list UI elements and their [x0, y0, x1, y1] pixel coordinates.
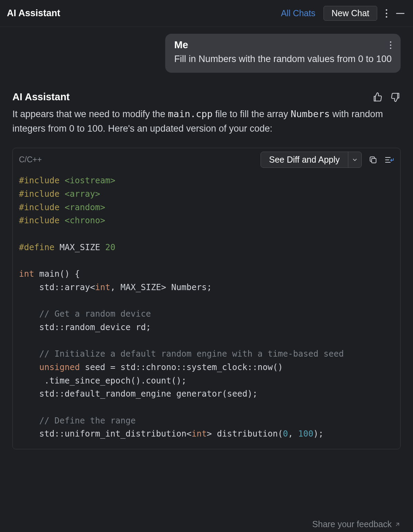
ai-reply-text: It appears that we need to modify the ma…	[12, 107, 401, 136]
code-language-label: C/C++	[19, 155, 42, 164]
user-name-label: Me	[174, 39, 188, 51]
tok-header: <array>	[65, 189, 100, 199]
tok-header: <chrono>	[65, 215, 105, 225]
chevron-down-icon[interactable]	[348, 152, 361, 167]
code-content[interactable]: #include <iostream> #include <array> #in…	[13, 172, 400, 449]
see-diff-button[interactable]: See Diff and Apply	[261, 152, 348, 167]
share-feedback-link[interactable]: Share your feedback	[312, 519, 401, 529]
code-block-header: C/C++ See Diff and Apply	[13, 148, 400, 172]
all-chats-link[interactable]: All Chats	[281, 8, 315, 18]
tok-ident: std::default_random_engine generator(see…	[19, 389, 257, 399]
tok-ident: std::uniform_int_distribution<	[19, 429, 192, 439]
kebab-menu-icon[interactable]	[390, 41, 392, 49]
ai-name-label: AI Assistant	[12, 91, 70, 103]
tok-comment: // Get a random device	[19, 309, 151, 319]
external-link-icon	[394, 521, 401, 528]
ai-reply-segment: It appears that we need to modify the	[12, 109, 168, 119]
insert-at-caret-icon[interactable]	[384, 155, 394, 164]
kebab-menu-icon[interactable]	[385, 9, 388, 18]
new-chat-button[interactable]: New Chat	[324, 6, 377, 21]
share-feedback-label: Share your feedback	[312, 519, 392, 529]
tok-directive: #define	[19, 242, 54, 252]
tok-directive: #include	[19, 175, 60, 185]
tok-directive: #include	[19, 215, 60, 225]
minimize-icon[interactable]	[396, 9, 405, 18]
app-title: AI Assistant	[7, 8, 60, 19]
user-message-text: Fill in Numbers with the random values f…	[174, 53, 392, 65]
tok-ident: seed = std::chrono::system_clock::now()	[80, 362, 283, 372]
tok-punct: ,	[288, 429, 298, 439]
svg-point-5	[390, 44, 391, 45]
tok-ident: .time_since_epoch().count();	[19, 376, 187, 386]
ai-message-block: AI Assistant It appears that we need to …	[12, 91, 401, 449]
tok-punct: );	[314, 429, 324, 439]
feedback-thumbs	[372, 92, 401, 102]
tok-directive: #include	[19, 202, 60, 212]
code-block: C/C++ See Diff and Apply	[12, 148, 401, 449]
ai-reply-segment: file to fill the array	[213, 109, 291, 119]
tok-macro: MAX_SIZE	[60, 242, 100, 252]
tok-keyword: int	[95, 282, 110, 292]
tok-header: <random>	[65, 202, 105, 212]
tok-keyword: int	[192, 429, 207, 439]
tok-directive: #include	[19, 189, 60, 199]
header-bar: AI Assistant All Chats New Chat	[0, 0, 413, 27]
user-message-bubble: Me Fill in Numbers with the random value…	[165, 34, 401, 73]
svg-point-0	[386, 9, 388, 11]
tok-header: <iostream>	[65, 175, 116, 185]
tok-ident: > distribution(	[207, 429, 283, 439]
tok-comment: // Define the range	[19, 416, 136, 426]
svg-rect-7	[372, 158, 376, 163]
chat-area: Me Fill in Numbers with the random value…	[0, 27, 413, 449]
thumbs-up-icon[interactable]	[372, 92, 383, 102]
tok-number: 20	[105, 242, 116, 252]
tok-keyword: int	[19, 269, 34, 279]
tok-comment: // Initialize a default random engine wi…	[19, 349, 344, 359]
svg-point-6	[390, 47, 391, 49]
copy-icon[interactable]	[369, 155, 378, 164]
svg-point-4	[390, 41, 391, 42]
user-message-row: Me Fill in Numbers with the random value…	[12, 34, 401, 73]
see-diff-split-button: See Diff and Apply	[261, 152, 362, 168]
header-actions: All Chats New Chat	[281, 6, 405, 21]
tok-keyword: unsigned	[39, 362, 80, 372]
tok-ident: main() {	[34, 269, 80, 279]
tok-ident: std::array<	[19, 282, 95, 292]
ai-reply-filename: main.cpp	[168, 109, 213, 119]
svg-point-1	[386, 12, 388, 14]
tok-ident: std::random_device rd;	[19, 322, 151, 332]
tok-number: 0	[283, 429, 288, 439]
ai-reply-varname: Numbers	[290, 109, 330, 119]
code-block-actions: See Diff and Apply	[261, 152, 394, 168]
svg-point-2	[386, 16, 388, 18]
tok-ident: , MAX_SIZE> Numbers;	[110, 282, 212, 292]
thumbs-down-icon[interactable]	[390, 92, 401, 102]
tok-number: 100	[298, 429, 313, 439]
